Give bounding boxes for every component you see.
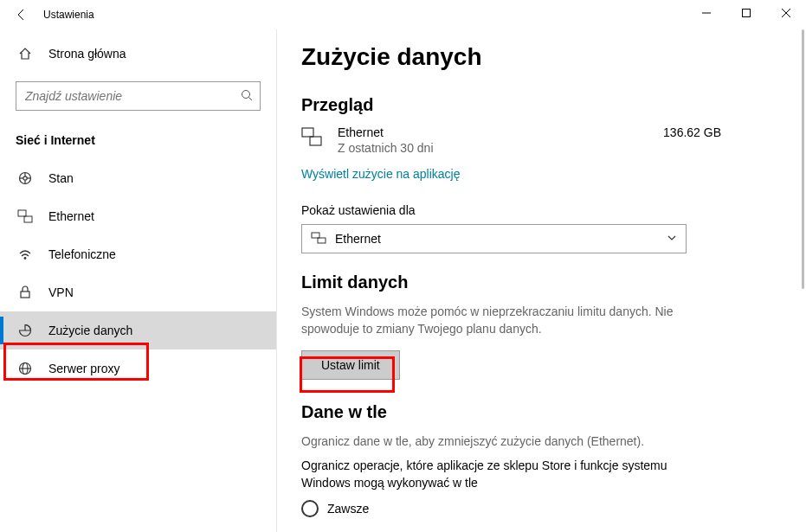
category-label: Sieć i Internet bbox=[0, 126, 276, 159]
sidebar-item-proxy[interactable]: Serwer proxy bbox=[0, 349, 276, 388]
window-controls bbox=[687, 0, 806, 26]
radio-always[interactable]: Zawsze bbox=[301, 500, 773, 517]
search-input[interactable] bbox=[25, 89, 241, 103]
search-icon bbox=[241, 89, 253, 104]
page-title: Zużycie danych bbox=[301, 43, 773, 71]
svg-point-14 bbox=[24, 257, 27, 260]
ethernet-small-icon bbox=[311, 232, 326, 247]
connection-period: Z ostatnich 30 dni bbox=[338, 141, 434, 155]
limit-section: Limit danych System Windows może pomóc w… bbox=[301, 272, 773, 380]
scrollbar-thumb[interactable] bbox=[802, 29, 804, 289]
svg-rect-15 bbox=[21, 292, 29, 298]
svg-point-7 bbox=[23, 176, 27, 180]
sidebar-item-label: Zużycie danych bbox=[48, 324, 132, 337]
chevron-down-icon bbox=[667, 232, 677, 246]
ethernet-overview-icon bbox=[301, 127, 322, 149]
content-area: Zużycie danych Przegląd Ethernet Z ostat… bbox=[277, 29, 806, 532]
data-usage-icon bbox=[17, 324, 33, 337]
svg-line-5 bbox=[249, 97, 253, 100]
status-icon bbox=[17, 171, 33, 185]
maximize-button[interactable] bbox=[726, 0, 766, 26]
sidebar-item-ethernet[interactable]: Ethernet bbox=[0, 197, 276, 235]
background-section: Dane w tle Ogranicz dane w tle, aby zmni… bbox=[301, 402, 773, 518]
sidebar-item-vpn[interactable]: VPN bbox=[0, 273, 276, 311]
svg-rect-13 bbox=[24, 216, 32, 222]
home-link[interactable]: Strona główna bbox=[0, 36, 276, 71]
minimize-button[interactable] bbox=[687, 0, 726, 26]
sidebar-item-label: VPN bbox=[48, 285, 74, 299]
sidebar: Strona główna Sieć i Internet Stan Ether… bbox=[0, 29, 277, 532]
dropdown-value: Ethernet bbox=[335, 232, 381, 246]
svg-rect-12 bbox=[18, 210, 26, 216]
show-for-dropdown[interactable]: Ethernet bbox=[301, 224, 687, 253]
back-button[interactable] bbox=[9, 2, 35, 28]
sidebar-item-label: Serwer proxy bbox=[48, 362, 119, 375]
close-button[interactable] bbox=[766, 0, 806, 26]
background-option-desc: Ogranicz operacje, które aplikacje ze sk… bbox=[301, 457, 700, 492]
overview-heading: Przegląd bbox=[301, 95, 773, 115]
background-desc: Ogranicz dane w tle, aby zmniejszyć zuży… bbox=[301, 433, 773, 450]
radio-icon bbox=[301, 500, 319, 517]
overview-section: Przegląd Ethernet Z ostatnich 30 dni 136… bbox=[301, 95, 773, 181]
sidebar-item-data-usage[interactable]: Zużycie danych bbox=[0, 311, 276, 349]
home-label: Strona główna bbox=[48, 47, 126, 61]
limit-desc: System Windows może pomóc w nieprzekracz… bbox=[301, 303, 687, 338]
background-heading: Dane w tle bbox=[301, 402, 773, 422]
svg-rect-21 bbox=[312, 233, 319, 238]
ethernet-icon bbox=[17, 209, 33, 223]
sidebar-item-label: Ethernet bbox=[48, 209, 94, 223]
set-limit-button[interactable]: Ustaw limit bbox=[301, 350, 400, 380]
sidebar-item-label: Stan bbox=[48, 171, 74, 185]
show-for-label: Pokaż ustawienia dla bbox=[301, 203, 773, 217]
sidebar-item-label: Telefoniczne bbox=[48, 247, 116, 261]
window-title: Ustawienia bbox=[43, 9, 94, 21]
connection-name: Ethernet bbox=[338, 125, 434, 139]
search-box[interactable] bbox=[16, 81, 261, 111]
svg-rect-1 bbox=[743, 10, 751, 17]
svg-rect-22 bbox=[318, 238, 326, 243]
dialup-icon bbox=[17, 247, 33, 261]
svg-rect-19 bbox=[302, 128, 313, 137]
usage-amount: 136.62 GB bbox=[663, 125, 721, 139]
sidebar-item-dialup[interactable]: Telefoniczne bbox=[0, 235, 276, 273]
sidebar-item-status[interactable]: Stan bbox=[0, 159, 276, 197]
proxy-icon bbox=[17, 362, 33, 375]
limit-heading: Limit danych bbox=[301, 272, 773, 292]
radio-label: Zawsze bbox=[327, 502, 369, 516]
svg-rect-20 bbox=[310, 137, 321, 145]
home-icon bbox=[17, 47, 33, 61]
view-usage-link[interactable]: Wyświetl zużycie na aplikację bbox=[301, 167, 461, 181]
titlebar: Ustawienia bbox=[0, 0, 806, 29]
vpn-icon bbox=[17, 285, 33, 299]
scrollbar[interactable] bbox=[797, 29, 806, 532]
svg-point-4 bbox=[242, 90, 250, 98]
